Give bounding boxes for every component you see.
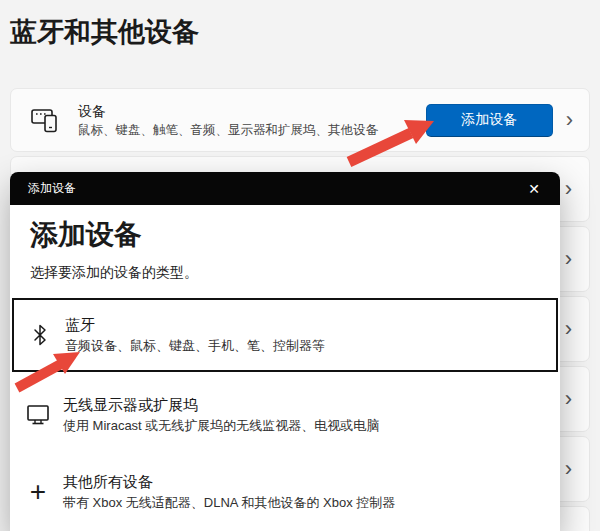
option-text: 其他所有设备 带有 Xbox 无线适配器、DLNA 和其他设备的 Xbox 控制…	[63, 472, 395, 512]
option-subtitle: 音频设备、鼠标、键盘、手机、笔、控制器等	[65, 337, 325, 355]
option-everything-else[interactable]: + 其他所有设备 带有 Xbox 无线适配器、DLNA 和其他设备的 Xbox …	[10, 460, 560, 524]
option-title: 蓝牙	[65, 315, 325, 335]
dialog-description: 选择要添加的设备的类型。	[30, 264, 198, 282]
devices-card[interactable]: 设备 鼠标、键盘、触笔、音频、显示器和扩展坞、其他设备 添加设备 ›	[10, 88, 590, 152]
dialog-titlebar-title: 添加设备	[28, 180, 76, 197]
devices-card-text: 设备 鼠标、键盘、触笔、音频、显示器和扩展坞、其他设备	[78, 102, 426, 138]
devices-card-subtitle: 鼠标、键盘、触笔、音频、显示器和扩展坞、其他设备	[78, 122, 426, 138]
page-title: 蓝牙和其他设备	[10, 14, 199, 50]
dialog-body: 添加设备 选择要添加的设备的类型。 蓝牙 音频设备、鼠标、键盘、手机、笔、控制器…	[10, 205, 560, 531]
chevron-right-icon: ›	[565, 458, 572, 480]
monitor-icon	[25, 404, 51, 426]
dialog-heading: 添加设备	[30, 216, 142, 254]
add-device-dialog: 添加设备 ✕ 添加设备 选择要添加的设备的类型。 蓝牙 音频设备、鼠标、键盘、手…	[10, 172, 560, 531]
option-subtitle: 带有 Xbox 无线适配器、DLNA 和其他设备的 Xbox 控制器	[63, 494, 395, 512]
devices-icon	[29, 106, 63, 134]
plus-icon: +	[25, 482, 51, 502]
chevron-right-icon: ›	[565, 388, 572, 410]
option-text: 无线显示器或扩展坞 使用 Miracast 或无线扩展坞的无线监视器、电视或电脑	[63, 395, 379, 435]
bluetooth-icon	[27, 324, 53, 346]
option-bluetooth[interactable]: 蓝牙 音频设备、鼠标、键盘、手机、笔、控制器等	[12, 298, 558, 372]
option-title: 无线显示器或扩展坞	[63, 395, 379, 415]
dialog-titlebar: 添加设备 ✕	[10, 172, 560, 205]
chevron-right-icon: ›	[565, 318, 572, 340]
chevron-right-icon: ›	[565, 248, 572, 270]
option-subtitle: 使用 Miracast 或无线扩展坞的无线监视器、电视或电脑	[63, 417, 379, 435]
chevron-right-icon: ›	[565, 178, 572, 200]
chevron-right-icon: ›	[566, 109, 573, 131]
close-icon[interactable]: ✕	[520, 178, 548, 200]
option-text: 蓝牙 音频设备、鼠标、键盘、手机、笔、控制器等	[65, 315, 325, 355]
option-title: 其他所有设备	[63, 472, 395, 492]
devices-card-title: 设备	[78, 102, 426, 121]
option-wireless-display-or-dock[interactable]: 无线显示器或扩展坞 使用 Miracast 或无线扩展坞的无线监视器、电视或电脑	[10, 383, 560, 447]
add-device-button[interactable]: 添加设备	[426, 104, 553, 137]
bluetooth-settings-page: 蓝牙和其他设备 设备 鼠标、键盘、触笔、音频、显示器和扩展坞、其他设备 添加设备…	[0, 0, 600, 531]
